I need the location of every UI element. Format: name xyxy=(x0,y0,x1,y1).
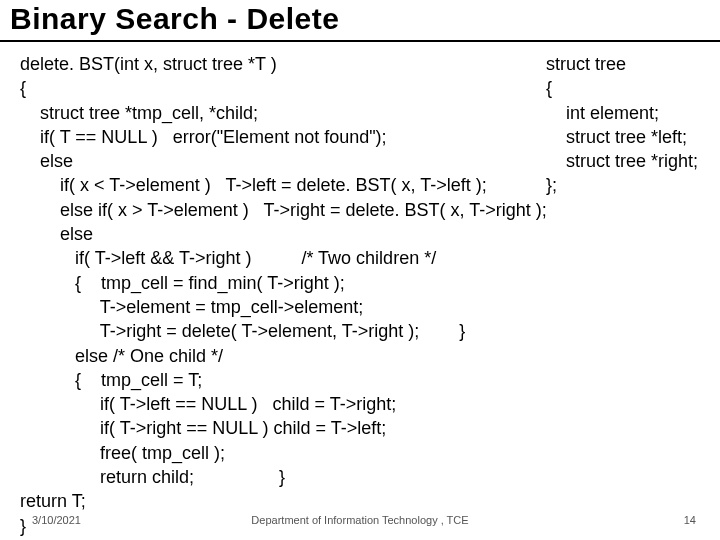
struct-definition: struct tree { int element; struct tree *… xyxy=(546,52,698,198)
footer-department: Department of Information Technology , T… xyxy=(0,514,720,526)
page-number: 14 xyxy=(684,514,696,526)
slide-title: Binary Search - Delete xyxy=(0,0,720,42)
code-block: delete. BST(int x, struct tree *T ) { st… xyxy=(20,52,547,538)
